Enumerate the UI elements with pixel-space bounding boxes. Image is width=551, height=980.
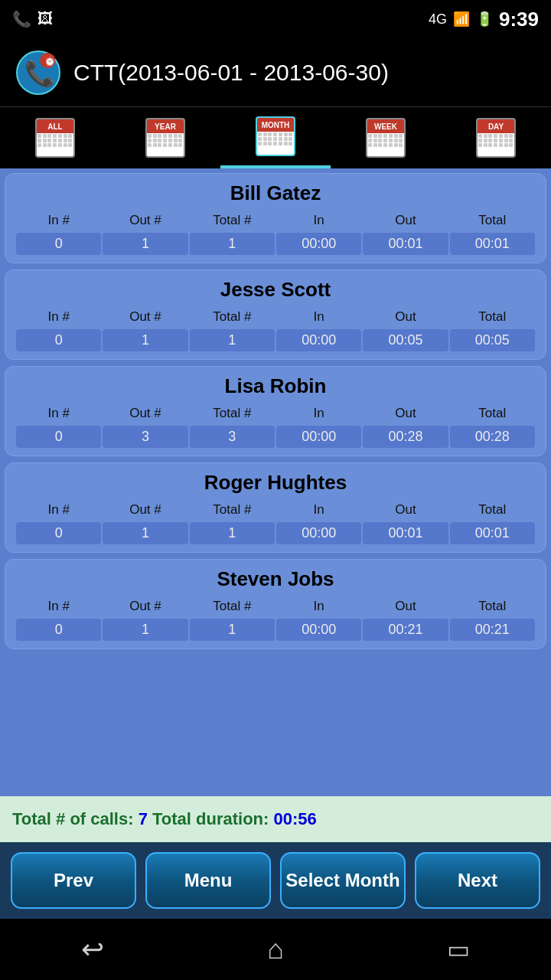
header-title: CTT(2013-06-01 - 2013-06-30) (73, 60, 389, 86)
total-duration-value: 00:01 (450, 522, 535, 544)
col-in-count: In # (16, 501, 101, 519)
col-in-count: In # (16, 308, 101, 326)
col-total-count: Total # (190, 597, 275, 616)
battery-icon: 🔋 (476, 11, 493, 28)
tab-bar: ALL YEAR MONTH (0, 107, 551, 168)
out-count-value: 1 (103, 329, 187, 351)
col-in-count: In # (16, 211, 101, 230)
col-total-count: Total # (190, 501, 275, 519)
total-duration-value: 00:05 (450, 329, 535, 351)
tab-week[interactable]: WEEK (331, 107, 441, 168)
col-in: In (276, 404, 361, 423)
total-duration-value: 00:21 (450, 619, 535, 641)
out-count-value: 1 (103, 619, 187, 641)
in-count-value: 0 (16, 233, 101, 255)
recents-icon[interactable]: ▭ (447, 935, 470, 964)
col-total-count: Total # (190, 211, 275, 230)
prev-button[interactable]: Prev (11, 852, 136, 909)
out-duration-value: 00:05 (363, 329, 448, 351)
col-total: Total (450, 597, 535, 616)
out-duration-value: 00:21 (363, 619, 448, 641)
out-count-value: 1 (103, 522, 187, 544)
col-out: Out (363, 597, 448, 616)
col-in: In (276, 308, 361, 326)
tab-year[interactable]: YEAR (110, 107, 220, 168)
col-in: In (276, 501, 361, 519)
in-duration-value: 00:00 (276, 329, 361, 351)
out-duration-value: 00:28 (363, 426, 448, 448)
next-button[interactable]: Next (415, 852, 540, 909)
col-in: In (276, 211, 361, 230)
in-duration-value: 00:00 (276, 619, 361, 641)
in-count-value: 0 (16, 329, 101, 351)
signal-icon: 4G (429, 11, 447, 28)
total-count-value: 1 (190, 329, 275, 351)
out-count-value: 3 (103, 426, 187, 448)
select-month-button[interactable]: Select Month (280, 852, 406, 909)
nav-bar: ↩ ⌂ ▭ (0, 919, 551, 980)
col-total-count: Total # (190, 308, 275, 326)
tab-all[interactable]: ALL (0, 107, 110, 168)
col-in: In (276, 597, 361, 616)
col-out: Out (363, 404, 448, 423)
col-total: Total (450, 211, 535, 230)
status-bar: 📞 🖼 4G 📶 🔋 9:39 (0, 0, 551, 38)
home-icon[interactable]: ⌂ (267, 933, 284, 965)
contact-name: Bill Gatez (16, 181, 535, 205)
main-content: Bill Gatez In # Out # Total # In Out Tot… (0, 168, 551, 796)
total-calls-text: Total # of calls: 7 Total duration: 00:5… (12, 809, 317, 829)
col-out-count: Out # (103, 404, 187, 423)
contact-card[interactable]: Bill Gatez In # Out # Total # In Out Tot… (5, 173, 546, 263)
status-time: 9:39 (499, 8, 539, 31)
total-bar: Total # of calls: 7 Total duration: 00:5… (0, 796, 551, 842)
header: 📞 ⏰ CTT(2013-06-01 - 2013-06-30) (0, 38, 551, 107)
svg-text:⏰: ⏰ (44, 54, 57, 67)
contact-card[interactable]: Steven Jobs In # Out # Total # In Out To… (5, 559, 546, 649)
in-count-value: 0 (16, 619, 101, 641)
out-duration-value: 00:01 (363, 233, 448, 255)
col-out-count: Out # (103, 308, 187, 326)
notification-icon: 🖼 (37, 10, 53, 28)
col-out: Out (363, 501, 448, 519)
col-total: Total (450, 404, 535, 423)
in-duration-value: 00:00 (276, 233, 361, 255)
total-duration-value: 00:28 (450, 426, 535, 448)
out-count-value: 1 (103, 233, 187, 255)
menu-button[interactable]: Menu (145, 852, 271, 909)
in-count-value: 0 (16, 426, 101, 448)
contact-name: Roger Hughtes (16, 471, 535, 495)
phone-status-icon: 📞 (12, 10, 31, 28)
back-icon[interactable]: ↩ (81, 933, 104, 965)
col-out-count: Out # (103, 597, 187, 616)
total-count-value: 1 (190, 233, 275, 255)
contact-card[interactable]: Jesse Scott In # Out # Total # In Out To… (5, 270, 546, 360)
tab-month[interactable]: MONTH (220, 107, 331, 168)
bottom-buttons: Prev Menu Select Month Next (0, 842, 551, 919)
col-in-count: In # (16, 404, 101, 423)
total-count-value: 1 (190, 522, 275, 544)
app-icon: 📞 ⏰ (15, 50, 61, 96)
col-out-count: Out # (103, 211, 187, 230)
contact-card[interactable]: Roger Hughtes In # Out # Total # In Out … (5, 462, 546, 553)
out-duration-value: 00:01 (363, 522, 448, 544)
contact-card[interactable]: Lisa Robin In # Out # Total # In Out Tot… (5, 366, 546, 456)
col-out-count: Out # (103, 501, 187, 519)
contact-name: Steven Jobs (16, 567, 535, 591)
in-count-value: 0 (16, 522, 101, 544)
total-duration-value: 00:01 (450, 233, 535, 255)
contact-name: Lisa Robin (16, 374, 535, 398)
total-count-value: 3 (190, 426, 275, 448)
in-duration-value: 00:00 (276, 426, 361, 448)
contact-name: Jesse Scott (16, 278, 535, 302)
col-total: Total (450, 308, 535, 326)
col-out: Out (363, 308, 448, 326)
signal-bars: 📶 (453, 11, 470, 28)
in-duration-value: 00:00 (276, 522, 361, 544)
col-in-count: In # (16, 597, 101, 616)
total-count-value: 1 (190, 619, 275, 641)
col-out: Out (363, 211, 448, 230)
col-total-count: Total # (190, 404, 275, 423)
tab-day[interactable]: DAY (441, 107, 551, 168)
col-total: Total (450, 501, 535, 519)
